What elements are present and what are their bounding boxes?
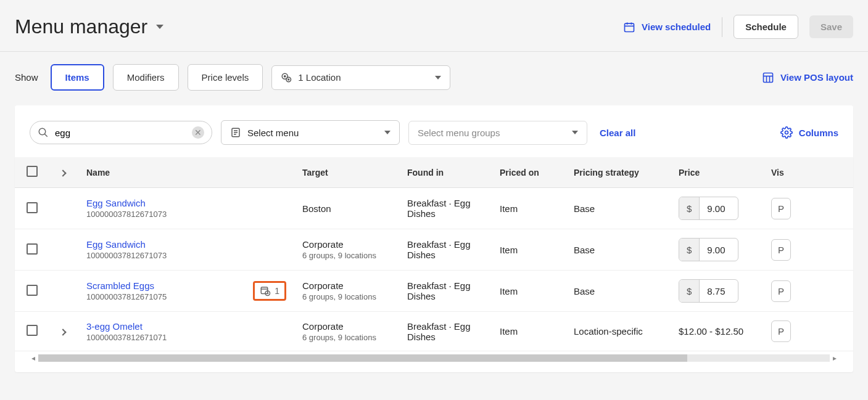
scroll-left-arrow-icon[interactable]: ◂ — [30, 354, 37, 362]
grid-layout-icon — [762, 71, 774, 84]
select-menu[interactable]: Select menu — [221, 120, 400, 145]
svg-point-7 — [288, 79, 289, 80]
columns-link[interactable]: Columns — [780, 126, 838, 139]
priced-on-value: Item — [490, 229, 564, 271]
select-groups-placeholder: Select menu groups — [418, 128, 500, 138]
scroll-right-arrow-icon[interactable]: ▸ — [831, 354, 838, 362]
visibility-button[interactable]: P — [771, 239, 791, 261]
col-priced-on: Priced on — [490, 157, 564, 188]
svg-rect-19 — [261, 287, 268, 294]
location-select[interactable]: 1 Location — [271, 65, 450, 90]
search-input-wrap[interactable]: ✕ — [30, 121, 212, 144]
chevron-down-icon — [384, 131, 391, 134]
table-scroll[interactable]: Name Target Found in Priced on Pricing s… — [15, 157, 853, 351]
col-found-in: Found in — [397, 157, 490, 188]
view-pos-link[interactable]: View POS layout — [762, 71, 853, 84]
price-value: 9.00 — [700, 239, 738, 261]
search-input[interactable] — [49, 128, 192, 138]
view-scheduled-link[interactable]: View scheduled — [623, 21, 711, 33]
price-range: $12.00 - $12.50 — [679, 326, 743, 337]
chevron-down-icon — [435, 76, 441, 80]
filter-row: Show Items Modifiers Price levels 1 Loca… — [0, 52, 868, 105]
expand-row-icon[interactable] — [59, 329, 66, 335]
item-id: 100000037812671073 — [86, 251, 283, 260]
svg-rect-8 — [763, 73, 772, 82]
tab-items[interactable]: Items — [51, 64, 104, 91]
scroll-thumb[interactable] — [38, 354, 687, 362]
currency-symbol: $ — [679, 197, 700, 219]
svg-point-18 — [785, 131, 788, 134]
col-visibility: Vis — [761, 157, 853, 188]
row-checkbox[interactable] — [27, 285, 38, 296]
target-value: Corporate — [302, 321, 387, 332]
gear-icon — [780, 126, 793, 139]
scheduled-count: 1 — [275, 286, 279, 296]
svg-point-5 — [284, 75, 286, 76]
table-row: 3-egg Omelet100000037812671071Corporate6… — [15, 312, 853, 351]
items-table: Name Target Found in Priced on Pricing s… — [15, 157, 853, 351]
row-checkbox[interactable] — [27, 202, 38, 213]
item-name-link[interactable]: Egg Sandwich — [86, 239, 283, 250]
tab-price-levels[interactable]: Price levels — [188, 64, 263, 91]
horizontal-scrollbar[interactable]: ◂ ▸ — [15, 351, 853, 362]
price-input[interactable]: $8.75 — [679, 279, 738, 303]
location-pin-icon — [281, 72, 292, 83]
price-input[interactable]: $9.00 — [679, 197, 738, 220]
calendar-icon — [623, 21, 635, 33]
item-id: 100000037812671073 — [86, 210, 283, 219]
location-select-label: 1 Location — [298, 72, 341, 83]
scroll-track[interactable] — [38, 354, 830, 362]
title-dropdown-caret-icon[interactable] — [156, 25, 163, 29]
price-value: 8.75 — [700, 280, 738, 302]
select-menu-groups[interactable]: Select menu groups — [408, 121, 587, 145]
clear-search-icon[interactable]: ✕ — [192, 126, 204, 139]
svg-rect-0 — [625, 23, 634, 31]
panel-toolbar: ✕ Select menu Select menu groups Clear a… — [15, 120, 853, 157]
table-row: Egg Sandwich100000037812671073Corporate6… — [15, 229, 853, 271]
expand-all-icon[interactable] — [59, 169, 66, 176]
target-value: Corporate — [302, 239, 387, 250]
found-in-value: Breakfast · Egg Dishes — [397, 312, 490, 351]
target-sub: 6 groups, 9 locations — [302, 333, 387, 342]
table-row: Egg Sandwich100000037812671073BostonBrea… — [15, 188, 853, 229]
chevron-down-icon — [572, 131, 578, 134]
svg-line-23 — [268, 293, 269, 294]
visibility-button[interactable]: P — [771, 280, 791, 302]
col-price: Price — [669, 157, 761, 188]
target-sub: 6 groups, 9 locations — [302, 251, 387, 260]
col-target: Target — [292, 157, 397, 188]
pricing-strategy-value: Location-specific — [564, 312, 669, 351]
price-input[interactable]: $9.00 — [679, 238, 738, 261]
schedule-button[interactable]: Schedule — [734, 15, 798, 39]
item-name-link[interactable]: Egg Sandwich — [86, 198, 283, 208]
page-header: Menu manager View scheduled Schedule Sav… — [0, 0, 868, 52]
svg-line-13 — [44, 134, 48, 137]
col-name: Name — [76, 157, 292, 188]
tab-modifiers[interactable]: Modifiers — [113, 64, 179, 91]
row-checkbox[interactable] — [27, 243, 38, 255]
price-value: 9.00 — [700, 197, 738, 219]
item-id: 100000037812671071 — [86, 333, 283, 342]
target-value: Boston — [302, 203, 387, 214]
row-checkbox[interactable] — [27, 325, 38, 336]
menu-icon — [230, 127, 241, 138]
visibility-button[interactable]: P — [771, 198, 791, 219]
columns-label: Columns — [799, 128, 838, 138]
content-panel: ✕ Select menu Select menu groups Clear a… — [15, 105, 853, 372]
clear-all-link[interactable]: Clear all — [600, 128, 635, 138]
currency-symbol: $ — [679, 280, 700, 302]
svg-point-12 — [39, 128, 46, 135]
calendar-clock-icon — [260, 285, 271, 296]
pricing-strategy-value: Base — [564, 188, 669, 229]
target-sub: 6 groups, 9 locations — [302, 292, 387, 301]
visibility-button[interactable]: P — [771, 320, 791, 342]
found-in-value: Breakfast · Egg Dishes — [397, 188, 490, 229]
scheduled-badge[interactable]: 1 — [253, 281, 286, 301]
select-all-checkbox[interactable] — [27, 166, 38, 177]
item-name-link[interactable]: 3-egg Omelet — [86, 321, 283, 332]
pricing-strategy-value: Base — [564, 271, 669, 312]
divider — [722, 17, 722, 37]
target-value: Corporate — [302, 280, 387, 291]
save-button: Save — [809, 15, 853, 38]
show-label: Show — [15, 72, 38, 83]
